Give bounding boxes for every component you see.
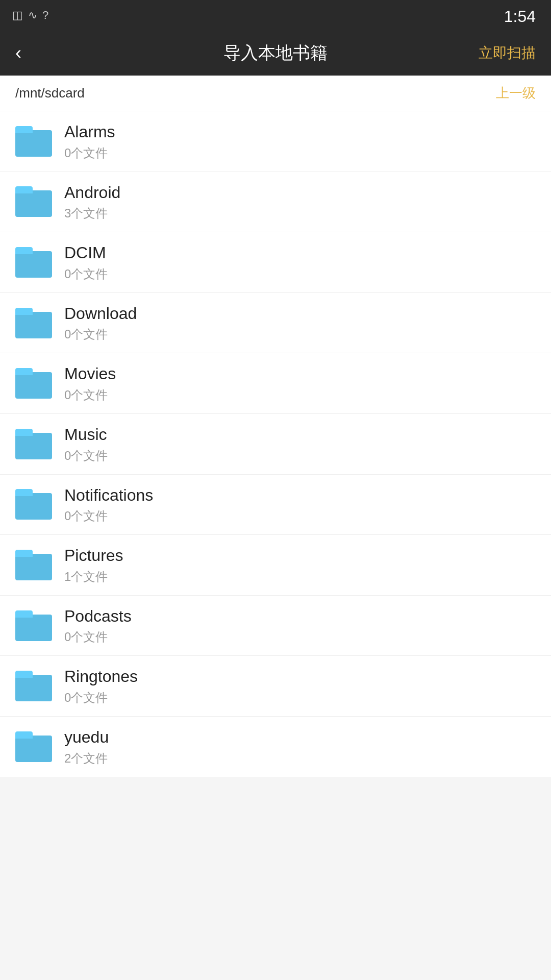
- folder-count: 2个文件: [64, 750, 109, 767]
- folder-name: Music: [64, 424, 108, 446]
- folder-icon: [15, 671, 52, 701]
- folder-info: Download 0个文件: [64, 303, 137, 343]
- status-bar: ◫ ∿ ? 1:54: [0, 0, 551, 31]
- folder-item[interactable]: Download 0个文件: [0, 293, 551, 354]
- nav-bar: ‹ 导入本地书籍 立即扫描: [0, 31, 551, 76]
- folder-info: Android 3个文件: [64, 182, 120, 222]
- folder-item[interactable]: Podcasts 0个文件: [0, 596, 551, 656]
- folder-name: DCIM: [64, 242, 108, 264]
- folder-icon: [15, 186, 52, 217]
- folder-count: 0个文件: [64, 387, 116, 403]
- up-button[interactable]: 上一级: [496, 84, 536, 102]
- folder-item[interactable]: Music 0个文件: [0, 414, 551, 475]
- folder-name: Pictures: [64, 545, 123, 567]
- folder-icon: [15, 308, 52, 338]
- question-icon: ?: [42, 9, 48, 22]
- folder-count: 0个文件: [64, 145, 115, 161]
- folder-name: Podcasts: [64, 606, 132, 627]
- folder-count: 0个文件: [64, 690, 138, 706]
- folder-item[interactable]: Ringtones 0个文件: [0, 656, 551, 717]
- folder-info: Alarms 0个文件: [64, 121, 115, 161]
- back-button[interactable]: ‹: [15, 42, 21, 64]
- folder-info: Music 0个文件: [64, 424, 108, 464]
- folder-icon: [15, 247, 52, 278]
- folder-count: 0个文件: [64, 448, 108, 464]
- folder-icon: [15, 429, 52, 459]
- path-bar: /mnt/sdcard 上一级: [0, 76, 551, 111]
- folder-list: Alarms 0个文件 Android 3个文件 DCIM 0个文件 Downl…: [0, 111, 551, 777]
- image-icon: ◫: [12, 9, 23, 22]
- folder-item[interactable]: Movies 0个文件: [0, 353, 551, 414]
- current-path: /mnt/sdcard: [15, 85, 85, 101]
- folder-info: yuedu 2个文件: [64, 727, 109, 767]
- folder-icon: [15, 550, 52, 580]
- folder-info: DCIM 0个文件: [64, 242, 108, 282]
- folder-info: Podcasts 0个文件: [64, 606, 132, 646]
- status-icons: ◫ ∿ ?: [12, 9, 48, 22]
- folder-icon: [15, 126, 52, 157]
- folder-count: 0个文件: [64, 266, 108, 282]
- folder-name: yuedu: [64, 727, 109, 748]
- folder-name: Alarms: [64, 121, 115, 143]
- folder-info: Ringtones 0个文件: [64, 666, 138, 706]
- folder-item[interactable]: yuedu 2个文件: [0, 717, 551, 777]
- folder-count: 0个文件: [64, 629, 132, 645]
- folder-info: Pictures 1个文件: [64, 545, 123, 585]
- folder-item[interactable]: Pictures 1个文件: [0, 535, 551, 596]
- folder-count: 0个文件: [64, 508, 153, 524]
- folder-count: 0个文件: [64, 326, 137, 342]
- folder-count: 1个文件: [64, 569, 123, 585]
- folder-name: Android: [64, 182, 120, 204]
- folder-item[interactable]: DCIM 0个文件: [0, 232, 551, 293]
- folder-name: Movies: [64, 363, 116, 385]
- folder-icon: [15, 731, 52, 762]
- folder-icon: [15, 368, 52, 399]
- folder-name: Ringtones: [64, 666, 138, 688]
- folder-name: Download: [64, 303, 137, 325]
- folder-count: 3个文件: [64, 205, 120, 222]
- folder-item[interactable]: Android 3个文件: [0, 172, 551, 233]
- folder-info: Movies 0个文件: [64, 363, 116, 403]
- folder-name: Notifications: [64, 485, 153, 506]
- scan-button[interactable]: 立即扫描: [479, 43, 536, 63]
- folder-info: Notifications 0个文件: [64, 485, 153, 525]
- folder-item[interactable]: Alarms 0个文件: [0, 111, 551, 172]
- folder-item[interactable]: Notifications 0个文件: [0, 475, 551, 535]
- page-title: 导入本地书籍: [223, 41, 328, 65]
- folder-icon: [15, 489, 52, 520]
- folder-icon: [15, 610, 52, 641]
- wifi-icon: ∿: [28, 9, 37, 22]
- status-time: 1:54: [504, 7, 536, 26]
